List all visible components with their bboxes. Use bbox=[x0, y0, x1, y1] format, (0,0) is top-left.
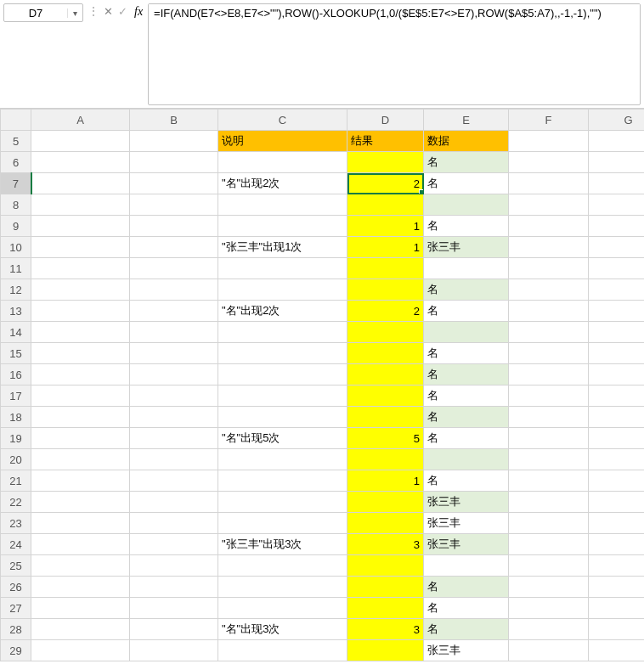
row-header[interactable]: 29 bbox=[1, 640, 31, 661]
cell-E9[interactable]: 名 bbox=[424, 216, 509, 237]
cell-G13[interactable] bbox=[589, 301, 645, 322]
cell-A27[interactable] bbox=[31, 598, 130, 619]
cell-E17[interactable]: 名 bbox=[424, 385, 509, 407]
cell-G5[interactable] bbox=[589, 131, 645, 152]
cell-E21[interactable]: 名 bbox=[424, 470, 509, 492]
cell-D22[interactable] bbox=[347, 492, 424, 513]
cell-G7[interactable] bbox=[589, 173, 645, 194]
cell-B28[interactable] bbox=[130, 619, 218, 640]
cell-F13[interactable] bbox=[509, 301, 589, 322]
cell-D19[interactable]: 5 bbox=[347, 428, 424, 449]
cell-G8[interactable] bbox=[589, 194, 645, 216]
cell-F7[interactable] bbox=[509, 173, 589, 194]
cell-A17[interactable] bbox=[31, 385, 130, 407]
cell-G6[interactable] bbox=[589, 152, 645, 173]
cell-D28[interactable]: 3 bbox=[347, 619, 424, 640]
cell-G9[interactable] bbox=[589, 216, 645, 237]
row-header[interactable]: 7 bbox=[1, 173, 31, 194]
cell-G15[interactable] bbox=[589, 343, 645, 364]
cell-C22[interactable] bbox=[218, 492, 347, 513]
cell-G24[interactable] bbox=[589, 534, 645, 555]
cell-B9[interactable] bbox=[130, 216, 218, 237]
cell-E29[interactable]: 张三丰 bbox=[424, 640, 509, 661]
cell-A8[interactable] bbox=[31, 194, 130, 216]
cell-A29[interactable] bbox=[31, 640, 130, 661]
cell-D10[interactable]: 1 bbox=[347, 237, 424, 258]
col-header-F[interactable]: F bbox=[509, 110, 589, 131]
row-header[interactable]: 21 bbox=[1, 470, 31, 492]
cell-E5[interactable]: 数据 bbox=[424, 131, 509, 152]
cell-C19[interactable]: "名"出现5次 bbox=[218, 428, 347, 449]
cell-D15[interactable] bbox=[347, 343, 424, 364]
cell-E12[interactable]: 名 bbox=[424, 279, 509, 301]
row-header[interactable]: 27 bbox=[1, 598, 31, 619]
cell-A7[interactable] bbox=[31, 173, 130, 194]
cell-G26[interactable] bbox=[589, 577, 645, 598]
cell-C26[interactable] bbox=[218, 577, 347, 598]
cell-D20[interactable] bbox=[347, 449, 424, 470]
confirm-icon[interactable]: ✓ bbox=[118, 5, 127, 18]
cell-D12[interactable] bbox=[347, 279, 424, 301]
cell-B5[interactable] bbox=[130, 131, 218, 152]
cell-F14[interactable] bbox=[509, 322, 589, 343]
cell-B17[interactable] bbox=[130, 385, 218, 407]
cell-D5[interactable]: 结果 bbox=[347, 131, 424, 152]
row-header[interactable]: 25 bbox=[1, 555, 31, 577]
cell-F27[interactable] bbox=[509, 598, 589, 619]
col-header-B[interactable]: B bbox=[130, 110, 218, 131]
cell-B22[interactable] bbox=[130, 492, 218, 513]
cell-D17[interactable] bbox=[347, 385, 424, 407]
row-header[interactable]: 10 bbox=[1, 237, 31, 258]
cell-A21[interactable] bbox=[31, 470, 130, 492]
cancel-icon[interactable]: ✕ bbox=[104, 5, 113, 18]
cell-A20[interactable] bbox=[31, 449, 130, 470]
cell-E22[interactable]: 张三丰 bbox=[424, 492, 509, 513]
cell-D11[interactable] bbox=[347, 258, 424, 279]
cell-B18[interactable] bbox=[130, 407, 218, 428]
cell-A22[interactable] bbox=[31, 492, 130, 513]
cell-A9[interactable] bbox=[31, 216, 130, 237]
cell-F29[interactable] bbox=[509, 640, 589, 661]
cell-C24[interactable]: "张三丰"出现3次 bbox=[218, 534, 347, 555]
cell-F23[interactable] bbox=[509, 513, 589, 534]
fx-icon[interactable]: fx bbox=[134, 5, 143, 19]
cell-F24[interactable] bbox=[509, 534, 589, 555]
cell-F15[interactable] bbox=[509, 343, 589, 364]
cell-B7[interactable] bbox=[130, 173, 218, 194]
cell-C23[interactable] bbox=[218, 513, 347, 534]
cell-G21[interactable] bbox=[589, 470, 645, 492]
cell-A26[interactable] bbox=[31, 577, 130, 598]
cell-B26[interactable] bbox=[130, 577, 218, 598]
row-header[interactable]: 19 bbox=[1, 428, 31, 449]
cell-B6[interactable] bbox=[130, 152, 218, 173]
cell-B25[interactable] bbox=[130, 555, 218, 577]
col-header-A[interactable]: A bbox=[31, 110, 130, 131]
cell-E19[interactable]: 名 bbox=[424, 428, 509, 449]
cell-A24[interactable] bbox=[31, 534, 130, 555]
cell-B10[interactable] bbox=[130, 237, 218, 258]
cell-D8[interactable] bbox=[347, 194, 424, 216]
col-header-G[interactable]: G bbox=[589, 110, 645, 131]
cell-B11[interactable] bbox=[130, 258, 218, 279]
row-header[interactable]: 18 bbox=[1, 407, 31, 428]
cell-C15[interactable] bbox=[218, 343, 347, 364]
cell-B23[interactable] bbox=[130, 513, 218, 534]
cell-E16[interactable]: 名 bbox=[424, 364, 509, 385]
cell-F26[interactable] bbox=[509, 577, 589, 598]
cell-B16[interactable] bbox=[130, 364, 218, 385]
formula-input[interactable] bbox=[149, 4, 640, 22]
cell-E18[interactable]: 名 bbox=[424, 407, 509, 428]
cell-D18[interactable] bbox=[347, 407, 424, 428]
cell-D24[interactable]: 3 bbox=[347, 534, 424, 555]
row-header[interactable]: 24 bbox=[1, 534, 31, 555]
cell-E25[interactable] bbox=[424, 555, 509, 577]
row-header[interactable]: 17 bbox=[1, 385, 31, 407]
cell-A13[interactable] bbox=[31, 301, 130, 322]
cell-F20[interactable] bbox=[509, 449, 589, 470]
row-header[interactable]: 28 bbox=[1, 619, 31, 640]
row-header[interactable]: 6 bbox=[1, 152, 31, 173]
cell-D13[interactable]: 2 bbox=[347, 301, 424, 322]
row-header[interactable]: 20 bbox=[1, 449, 31, 470]
cell-C29[interactable] bbox=[218, 640, 347, 661]
row-header[interactable]: 8 bbox=[1, 194, 31, 216]
